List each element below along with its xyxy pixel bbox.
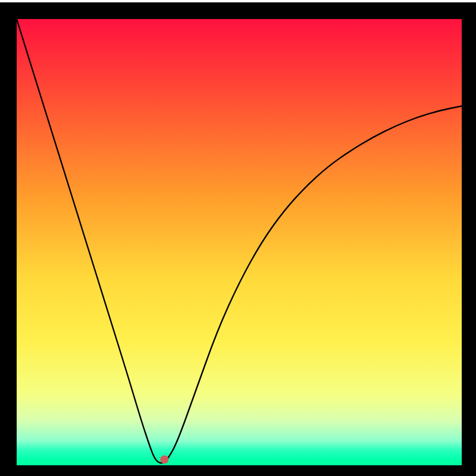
watermark-text: TheBottleneck.com — [350, 2, 464, 18]
bottleneck-chart — [17, 19, 462, 465]
optimal-point-marker — [160, 455, 168, 464]
gradient-background — [17, 19, 462, 465]
